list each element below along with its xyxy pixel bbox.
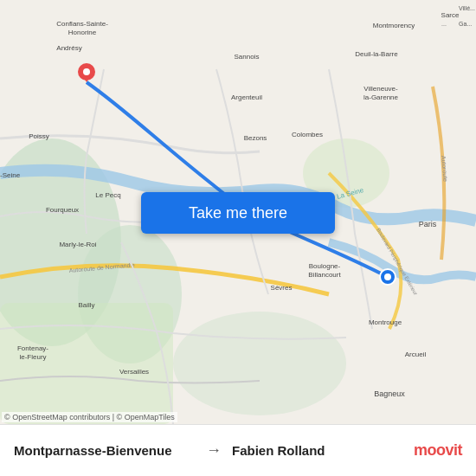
svg-text:Deuil-la-Barre: Deuil-la-Barre: [355, 50, 398, 58]
svg-text:Argenteuil: Argenteuil: [231, 93, 262, 101]
svg-text:Montrouge: Montrouge: [369, 318, 402, 326]
svg-text:...: ...: [441, 21, 447, 27]
svg-text:Fourqueux: Fourqueux: [46, 206, 79, 214]
svg-point-5: [173, 312, 346, 415]
map-container: Autoroute de Normandie Boulevard Périphé…: [0, 0, 476, 424]
svg-text:Sarce: Sarce: [441, 11, 460, 19]
moovit-logo: moovit: [414, 441, 462, 460]
svg-text:Ga...: Ga...: [459, 21, 472, 27]
app: Autoroute de Normandie Boulevard Périphé…: [0, 0, 476, 476]
svg-text:Honorine: Honorine: [68, 29, 97, 36]
svg-text:-Seine: -Seine: [0, 171, 21, 179]
svg-text:Paris: Paris: [419, 220, 437, 228]
svg-point-44: [83, 68, 90, 75]
svg-text:Conflans-Sainte-: Conflans-Sainte-: [56, 20, 108, 28]
route-arrow: →: [206, 441, 222, 460]
svg-text:Villeneuve-: Villeneuve-: [363, 85, 398, 93]
svg-text:Boulogne-: Boulogne-: [309, 262, 341, 270]
map-attribution: © OpenStreetMap contributors | © OpenMap…: [2, 412, 177, 422]
svg-text:Marly-le-Roi: Marly-le-Roi: [59, 241, 96, 248]
svg-text:Versailles: Versailles: [119, 368, 149, 376]
svg-text:Montmorency: Montmorency: [373, 22, 415, 29]
route-from: Montparnasse-Bienvenue: [14, 443, 196, 458]
moovit-text: moovit: [414, 441, 462, 460]
svg-text:Arcueil: Arcueil: [405, 351, 427, 358]
svg-text:le-Fleury: le-Fleury: [19, 353, 46, 361]
svg-point-46: [384, 273, 391, 280]
bottom-bar: Montparnasse-Bienvenue → Fabien Rolland …: [0, 424, 476, 476]
svg-text:la-Garenne: la-Garenne: [363, 93, 399, 101]
svg-text:Bezons: Bezons: [244, 134, 267, 142]
svg-text:Sèvres: Sèvres: [271, 284, 293, 292]
svg-text:Billancourt: Billancourt: [308, 271, 341, 279]
svg-text:Villé...: Villé...: [459, 5, 475, 11]
svg-text:Bailly: Bailly: [78, 301, 94, 309]
take-me-there-button[interactable]: Take me there: [141, 192, 335, 234]
svg-text:Sannois: Sannois: [235, 53, 260, 61]
route-to: Fabien Rolland: [232, 443, 414, 458]
svg-text:Bagneux: Bagneux: [374, 389, 405, 398]
svg-text:Andrésy: Andrésy: [56, 44, 81, 52]
svg-rect-4: [0, 303, 173, 424]
svg-text:Poissy: Poissy: [29, 132, 49, 140]
svg-text:Colombes: Colombes: [292, 131, 323, 138]
svg-text:Fontenay-: Fontenay-: [17, 344, 48, 352]
svg-text:Le Pecq: Le Pecq: [95, 191, 120, 199]
